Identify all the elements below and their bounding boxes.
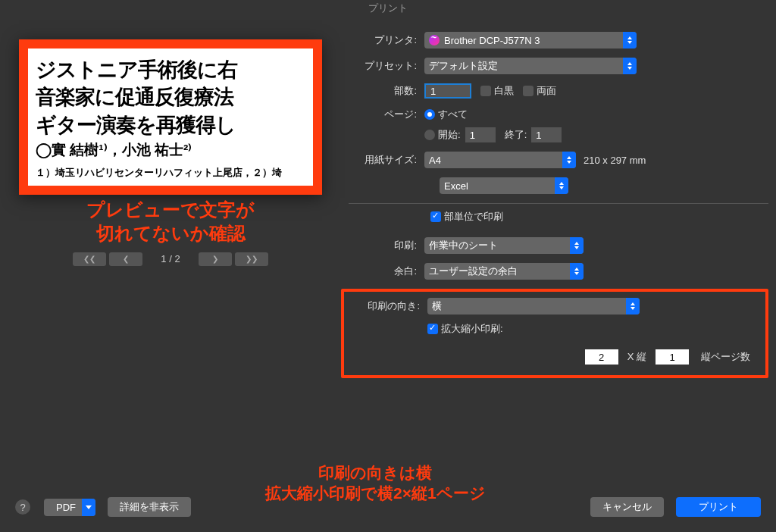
window-title: プリント: [0, 0, 776, 17]
pages-wide-input[interactable]: [585, 349, 618, 365]
margin-select[interactable]: ユーザー設定の余白: [424, 263, 584, 280]
copies-label: 部数:: [349, 84, 424, 98]
paper-dimensions: 210 x 297 mm: [584, 155, 646, 166]
duplex-checkbox[interactable]: [523, 86, 534, 96]
copies-input[interactable]: [424, 83, 471, 99]
app-section-select[interactable]: Excel: [440, 177, 568, 194]
collate-label: 部単位で印刷: [444, 210, 503, 224]
pages-all-radio[interactable]: [424, 109, 435, 120]
pdf-menu-button[interactable]: PDF: [44, 499, 95, 516]
pages-range-radio[interactable]: [424, 130, 435, 140]
orientation-select[interactable]: 横: [427, 298, 640, 315]
collate-checkbox[interactable]: [430, 211, 441, 222]
bw-label: 白黒: [494, 84, 514, 98]
paper-label: 用紙サイズ:: [349, 153, 424, 167]
from-label: 開始:: [438, 128, 461, 142]
print-preview: ジストニア手術後に右 音楽家に促通反復療法 ギター演奏を再獲得し ◯實 結樹¹⁾…: [19, 39, 322, 195]
preview-line-1: ジストニア手術後に右: [36, 56, 305, 83]
from-input[interactable]: [465, 127, 496, 142]
chevron-updown-icon: [562, 152, 576, 168]
print-button[interactable]: プリント: [676, 497, 761, 517]
to-input[interactable]: [531, 127, 562, 142]
chevron-down-icon: [82, 499, 95, 516]
pages-tall-input[interactable]: [656, 349, 689, 365]
preview-line-2: 音楽家に促通反復療法: [36, 83, 305, 111]
chevron-updown-icon: [555, 177, 568, 194]
duplex-label: 両面: [537, 84, 556, 98]
first-page-button[interactable]: ❮❮: [73, 252, 106, 266]
highlight-orientation-box: 印刷の向き: 横 拡大縮小印刷: X 縦 縦ページ数: [341, 289, 768, 378]
print-section-label: 印刷:: [349, 239, 424, 252]
cancel-button[interactable]: キャンセル: [590, 497, 664, 517]
pages-all-label: すべて: [438, 108, 468, 121]
printer-label: プリンタ:: [349, 33, 424, 47]
scale-checkbox[interactable]: [427, 324, 438, 334]
preset-select[interactable]: デフォルト設定: [424, 58, 637, 74]
orientation-label: 印刷の向き:: [347, 299, 427, 313]
preset-label: プリセット:: [349, 59, 424, 73]
x-vert-label: X 縦: [627, 350, 646, 364]
chevron-updown-icon: [570, 237, 584, 254]
chevron-updown-icon: [626, 298, 640, 315]
paper-select[interactable]: A4: [424, 152, 576, 168]
chevron-updown-icon: [570, 263, 584, 280]
print-section-select[interactable]: 作業中のシート: [424, 237, 584, 254]
annotation-preview: プレビューで文字が 切れてないか確認: [8, 198, 333, 245]
help-button[interactable]: ?: [15, 499, 30, 515]
printer-select[interactable]: Brother DCP-J577N 3: [424, 32, 637, 49]
next-page-button[interactable]: ❯: [199, 252, 232, 266]
last-page-button[interactable]: ❯❯: [235, 252, 268, 266]
preview-line-4: ◯實 結樹¹⁾，小池 祐士²⁾: [36, 139, 305, 161]
to-label: 終了:: [505, 128, 527, 142]
pages-label: ページ:: [349, 108, 424, 121]
bw-checkbox[interactable]: [480, 86, 491, 96]
prev-page-button[interactable]: ❮: [109, 252, 142, 266]
page-counter: 1 / 2: [161, 253, 180, 264]
chevron-updown-icon: [623, 32, 637, 49]
preview-line-5: １）埼玉リハビリセンターリハフィット上尾店，２）埼: [36, 165, 305, 181]
scale-label: 拡大縮小印刷:: [441, 322, 503, 336]
hide-details-button[interactable]: 詳細を非表示: [108, 497, 191, 517]
margin-label: 余白:: [349, 264, 424, 278]
pages-tall-label: 縦ページ数: [701, 350, 750, 364]
preview-line-3: ギター演奏を再獲得し: [36, 111, 305, 139]
chevron-updown-icon: [623, 58, 637, 74]
printer-icon: [429, 35, 440, 45]
